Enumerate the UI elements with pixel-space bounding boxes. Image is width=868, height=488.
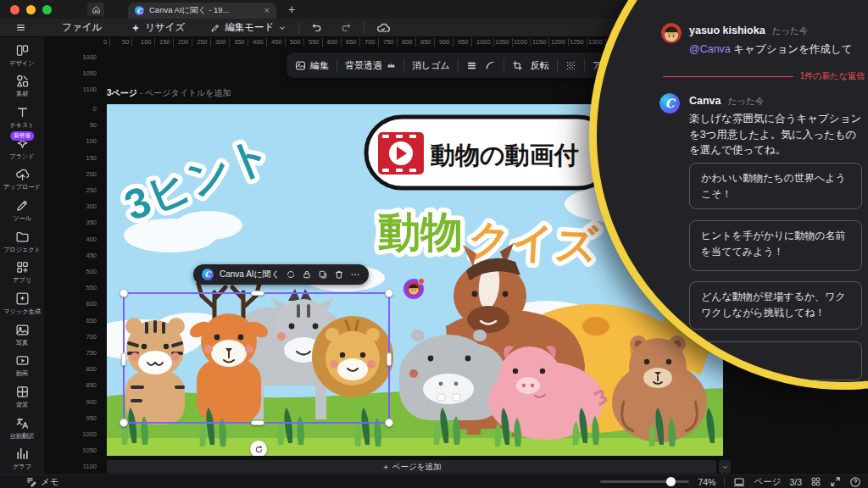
h-ruler-tick: 950	[458, 38, 472, 47]
v-ruler-tick: 1050	[82, 447, 97, 454]
undo-button[interactable]	[303, 19, 331, 36]
h-ruler-tick: 1150	[532, 38, 549, 47]
selection-handle-bottom-left[interactable]	[120, 419, 128, 427]
selection-handle-left[interactable]	[121, 352, 126, 366]
sidebar-item-text[interactable]: テキスト	[0, 102, 44, 133]
sidebar-item-elements[interactable]: 素材	[0, 71, 44, 103]
transparency-icon[interactable]	[565, 60, 576, 71]
thickness-icon[interactable]	[466, 60, 477, 71]
h-ruler-tick: 1300	[588, 38, 606, 47]
new-reply-label: 1件の新たな返信	[800, 70, 865, 82]
help-icon[interactable]	[849, 476, 861, 488]
edit-mode-menu[interactable]: 編集モード	[202, 19, 295, 36]
zoom-slider-knob[interactable]	[666, 477, 676, 486]
zoom-slider[interactable]	[600, 480, 689, 483]
cloud-save-status[interactable]	[368, 19, 398, 36]
sidebar-item-projects[interactable]: プロジェクト	[0, 226, 44, 258]
caption-option-1[interactable]: かわいい動物たちの世界へようこそ！	[689, 163, 862, 209]
apps-icon	[15, 260, 30, 274]
pages-view-icon[interactable]	[733, 476, 745, 488]
sidebar-item-brand[interactable]: 新登場ブランド	[0, 133, 44, 164]
delete-icon[interactable]	[334, 269, 344, 280]
canva-editor-screen: C Canva AIに聞く - 19... × + ファイル リサイズ 編集モー…	[0, 0, 868, 488]
sidebar-item-video[interactable]: 動画	[0, 350, 44, 381]
h-ruler-tick: 1050	[495, 38, 513, 47]
h-ruler-tick: 1000	[476, 38, 494, 47]
rotate-handle[interactable]	[250, 441, 267, 456]
design-icon	[15, 43, 30, 58]
collapse-pages-button[interactable]	[719, 460, 731, 474]
sidebar-item-design[interactable]: デザイン	[0, 40, 44, 71]
h-ruler-tick: 1250	[570, 38, 587, 47]
h-ruler-tick: 500	[290, 38, 304, 47]
v-ruler-tick: 1000	[82, 54, 97, 61]
v-ruler-tick: 250	[86, 187, 97, 194]
selection-handle-right[interactable]	[387, 352, 392, 366]
curve-icon[interactable]	[485, 60, 496, 71]
mention-link[interactable]: @Canva	[689, 43, 731, 55]
notes-button[interactable]: メモ	[25, 476, 59, 488]
background-icon	[15, 385, 30, 399]
lock-icon[interactable]	[302, 269, 312, 280]
edit-mode-label: 編集モード	[225, 21, 274, 34]
chevron-down-icon	[278, 24, 287, 32]
reply-time: たった今	[728, 96, 765, 106]
sidebar-item-translate[interactable]: 自動翻訳	[0, 413, 44, 444]
flip-button[interactable]: 反転	[531, 59, 549, 72]
cloud-check-icon	[376, 21, 390, 35]
h-ruler-tick: 850	[420, 38, 435, 47]
pages-label[interactable]: ページ	[754, 476, 781, 488]
selection-handle-top[interactable]	[251, 291, 264, 296]
selection-handle-top-right[interactable]	[385, 289, 393, 297]
caption-option-3[interactable]: どんな動物が登場するか、ワクワクしながら挑戦してね！	[689, 281, 862, 330]
eraser-button[interactable]: 消しゴム	[412, 59, 450, 72]
sidebar-item-draw[interactable]: ツール	[0, 195, 44, 226]
sidebar-item-magic[interactable]: マジック生成	[0, 288, 44, 319]
v-ruler-tick: 1050	[82, 70, 97, 77]
edit-image-button[interactable]: 編集	[295, 59, 329, 72]
main-menu-button[interactable]	[7, 19, 35, 36]
browser-tab[interactable]: C Canva AIに聞く - 19... ×	[128, 3, 276, 19]
sidebar-item-charts[interactable]: グラフ	[0, 443, 44, 474]
selection-box[interactable]	[123, 292, 390, 424]
elements-icon	[15, 74, 30, 88]
sidebar-item-label: 自動翻訳	[10, 432, 35, 441]
grid-view-icon[interactable]	[810, 476, 821, 487]
add-page-button[interactable]: ＋ ページを追加	[107, 460, 716, 474]
caption-option-2[interactable]: ヒントを手がかりに動物の名前を当ててみよう！	[689, 220, 862, 271]
crop-icon[interactable]	[512, 60, 523, 71]
collaborator-active-dot	[418, 278, 425, 285]
tab-close-icon[interactable]: ×	[264, 6, 270, 15]
duplicate-icon[interactable]	[318, 269, 328, 280]
more-options-icon[interactable]	[350, 269, 360, 280]
selection-handle-top-left[interactable]	[120, 289, 128, 297]
zoom-window-button[interactable]	[42, 5, 52, 14]
file-menu-label: ファイル	[62, 21, 102, 34]
h-ruler-tick: 900	[439, 38, 453, 47]
minimize-window-button[interactable]	[26, 5, 36, 14]
close-window-button[interactable]	[10, 5, 19, 14]
canva-favicon: C	[135, 6, 144, 15]
background-remove-button[interactable]: 背景透過	[345, 59, 396, 72]
h-ruler-tick: 300	[215, 38, 230, 47]
sidebar-item-apps[interactable]: アプリ	[0, 257, 44, 288]
home-button[interactable]	[87, 3, 104, 16]
selection-handle-bottom-right[interactable]	[385, 419, 393, 427]
redo-button[interactable]	[331, 19, 360, 36]
window-controls	[10, 5, 52, 14]
v-ruler-tick: 550	[86, 285, 97, 291]
sidebar-item-label: アップロード	[3, 183, 41, 191]
page-title-placeholder[interactable]: ページタイトルを追加	[145, 88, 231, 97]
swap-icon[interactable]	[286, 269, 296, 280]
file-menu[interactable]: ファイル	[53, 19, 110, 36]
new-tab-button[interactable]: +	[288, 3, 295, 15]
resize-menu[interactable]: リサイズ	[122, 19, 193, 36]
selection-handle-bottom[interactable]	[251, 420, 264, 425]
fullscreen-icon[interactable]	[830, 476, 841, 487]
ask-canva-ai-button[interactable]: Canva AIに聞く	[220, 269, 280, 280]
sidebar-item-background[interactable]: 背景	[0, 381, 44, 413]
sidebar-item-photos[interactable]: 写真	[0, 319, 44, 351]
h-ruler-tick: 400	[253, 38, 267, 47]
sidebar-item-upload[interactable]: アップロード	[0, 164, 44, 196]
collaborator-cursor-badge	[403, 279, 424, 299]
